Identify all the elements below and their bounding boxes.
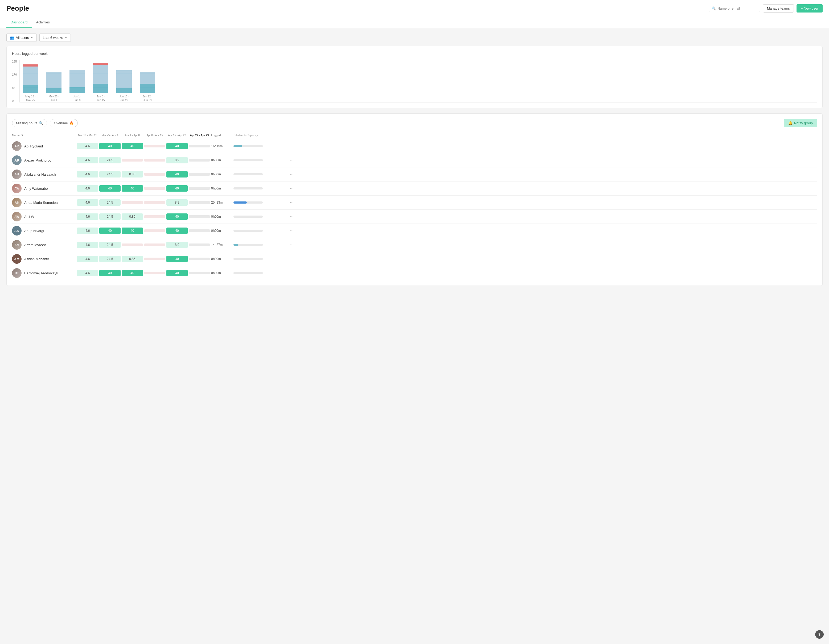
cell-1: 24.5: [99, 157, 121, 164]
cell-5: [189, 145, 210, 147]
people-section: Missing hours 🔍 Overtime 🔥 🔔 Notify grou…: [6, 113, 823, 286]
bar-label-6: Jun 22 -Jun 29: [143, 95, 152, 102]
cell-0: 4.6: [77, 213, 98, 220]
progress-bar-container: [233, 258, 263, 260]
user-info: AW Amy Watanabe: [12, 184, 76, 193]
bar-light-5: [116, 70, 132, 88]
search-icon: 🔍: [712, 6, 716, 10]
section-filters: Missing hours 🔍 Overtime 🔥 🔔 Notify grou…: [12, 119, 817, 127]
user-info: BT Bartłomiej Teodorczyk: [12, 268, 76, 278]
more-options-button[interactable]: ···: [288, 144, 296, 148]
search-input[interactable]: [717, 6, 757, 10]
all-users-label: All users: [16, 36, 29, 39]
more-options-button[interactable]: ···: [288, 271, 296, 276]
billable-col: [233, 173, 287, 175]
manage-teams-button[interactable]: Manage teams: [763, 4, 794, 13]
cell-1: 24.5: [99, 256, 121, 262]
user-name: Anil W: [24, 215, 34, 219]
bar-light-1: [23, 66, 38, 85]
bar-label-4: Jun 8 -Jun 15: [97, 95, 105, 102]
col-date-4: Apr 8 - Apr 15: [144, 134, 165, 137]
avatar: AP: [12, 156, 22, 165]
new-user-button[interactable]: + New user: [796, 4, 823, 13]
cell-0: 4.6: [77, 199, 98, 206]
bar-teal-4: [93, 84, 108, 93]
period-filter[interactable]: Last 6 weeks ▼: [39, 33, 71, 42]
avatar: AW: [12, 212, 22, 221]
cell-5: [189, 229, 210, 232]
billable-col: [233, 145, 287, 147]
avatar: AW: [12, 184, 22, 193]
bar-teal-5: [116, 88, 132, 93]
all-users-filter[interactable]: 👥 All users ▼: [6, 33, 37, 42]
cell-2: [122, 159, 143, 162]
table-row: AW Anil W 4.624.50.8640 0h00m ···: [12, 210, 817, 224]
tab-dashboard[interactable]: Dashboard: [6, 17, 32, 28]
logged-time: 0h00m: [211, 158, 221, 162]
avatar: AM: [12, 240, 22, 250]
cell-4: 40: [166, 228, 188, 234]
progress-bar-container: [233, 244, 263, 246]
chevron-down-icon: ▼: [31, 36, 33, 39]
bar-teal-2: [46, 88, 61, 93]
logged-time: 0h00m: [211, 187, 221, 190]
logged-col: 0h00m: [211, 187, 232, 190]
y-label-85: 85: [12, 86, 17, 90]
cell-3: [144, 159, 165, 162]
logged-col: 0h00m: [211, 229, 232, 233]
filter-tabs: Missing hours 🔍 Overtime 🔥: [12, 119, 78, 127]
user-name: Ashish Mohanty: [24, 257, 49, 261]
cell-5: [189, 244, 210, 246]
more-options-button[interactable]: ···: [288, 158, 296, 162]
cell-4: 8.9: [166, 242, 188, 248]
progress-bar-container: [233, 202, 263, 203]
cell-5: [189, 215, 210, 218]
logged-time: 0h00m: [211, 271, 221, 275]
chevron-down-icon-2: ▼: [65, 36, 67, 39]
table-row: AH Aliaksandr Halavach 4.624.50.8640 0h0…: [12, 167, 817, 181]
more-options-button[interactable]: ···: [288, 228, 296, 233]
more-options-button[interactable]: ···: [288, 186, 296, 191]
bar-group-1: May 18 -May 25: [22, 65, 38, 102]
logged-time: 0h00m: [211, 172, 221, 176]
user-info: AH Aliaksandr Halavach: [12, 170, 76, 179]
more-options-button[interactable]: ···: [288, 214, 296, 219]
avatar: BT: [12, 268, 22, 278]
search-box[interactable]: 🔍: [709, 5, 760, 12]
cell-2: 40: [122, 185, 143, 192]
header-left: People: [6, 4, 29, 13]
logged-time: 0h00m: [211, 215, 221, 219]
col-billable-header: Billable & Capacity: [233, 134, 287, 137]
overtime-tab[interactable]: Overtime 🔥: [50, 119, 78, 127]
notify-group-button[interactable]: 🔔 Notify group: [784, 119, 817, 127]
user-info: AM Ashish Mohanty: [12, 254, 76, 264]
user-name: Alexey Prokhorov: [24, 158, 51, 162]
users-icon: 👥: [10, 36, 14, 39]
more-options-button[interactable]: ···: [288, 242, 296, 247]
cell-2: 0.86: [122, 171, 143, 178]
y-label-170: 170: [12, 73, 17, 76]
bar-group-6: Jun 22 -Jun 29: [140, 72, 156, 102]
cell-5: [189, 258, 210, 260]
progress-bar-container: [233, 173, 263, 175]
cell-0: 4.6: [77, 185, 98, 192]
missing-hours-tab[interactable]: Missing hours 🔍: [12, 119, 47, 127]
more-options-button[interactable]: ···: [288, 257, 296, 261]
avatar: AR: [12, 141, 22, 151]
bar-teal-3: [69, 87, 85, 93]
user-name: Anup Nivargi: [24, 229, 44, 233]
tab-activities[interactable]: Activities: [32, 17, 54, 28]
table-row: AR Abi Rydland 4.6404040 16h15m ···: [12, 139, 817, 153]
avatar: AH: [12, 170, 22, 179]
table-row: AW Amy Watanabe 4.6404040 0h00m ···: [12, 181, 817, 195]
col-name-header[interactable]: Name ▼: [12, 134, 76, 137]
more-options-button[interactable]: ···: [288, 200, 296, 205]
cell-4: 8.9: [166, 199, 188, 206]
search-icon-missing: 🔍: [39, 121, 43, 125]
cell-5: [189, 201, 210, 204]
logged-col: 25h13m: [211, 201, 232, 205]
progress-bar-container: [233, 216, 263, 218]
cell-4: 8.9: [166, 157, 188, 164]
cell-3: [144, 244, 165, 246]
more-options-button[interactable]: ···: [288, 172, 296, 177]
